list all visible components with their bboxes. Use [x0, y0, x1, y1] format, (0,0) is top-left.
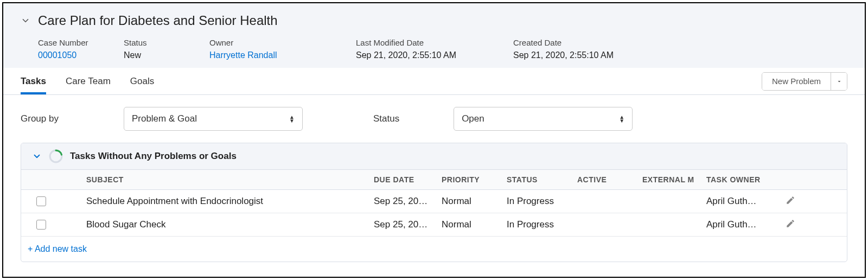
col-active[interactable]: Active: [577, 175, 642, 184]
new-problem-dropdown[interactable]: [831, 73, 847, 90]
cell-priority: Normal: [442, 219, 507, 230]
sort-arrows-icon: ▲▼: [619, 115, 624, 123]
progress-ring-icon: [48, 149, 63, 164]
caret-down-icon: [836, 78, 843, 85]
col-external[interactable]: External M: [642, 175, 706, 184]
cell-owner: April Guth…: [706, 196, 774, 207]
tasks-section: Tasks Without Any Problems or Goals Subj…: [21, 143, 847, 262]
status-value: New: [124, 50, 209, 60]
group-by-select[interactable]: Problem & Goal ▲▼: [124, 107, 303, 131]
tab-tasks[interactable]: Tasks: [21, 68, 46, 94]
page-title: Care Plan for Diabetes and Senior Health: [38, 13, 278, 28]
tabs-row: Tasks Care Team Goals New Problem: [3, 68, 865, 95]
cell-due-date: Sep 25, 20…: [374, 196, 442, 207]
status-label: Status: [124, 38, 209, 47]
cell-subject[interactable]: Schedule Appointment with Endocrinologis…: [86, 196, 374, 207]
add-new-task-link[interactable]: + Add new task: [21, 237, 847, 262]
last-modified-label: Last Modified Date: [356, 38, 513, 47]
last-modified-value: Sep 21, 2020, 2:55:10 AM: [356, 50, 513, 60]
section-collapse-icon[interactable]: [32, 151, 42, 161]
filter-row: Group by Problem & Goal ▲▼ Status Open ▲…: [3, 95, 865, 143]
section-header: Tasks Without Any Problems or Goals: [21, 143, 847, 169]
col-due-date[interactable]: Due Date: [374, 175, 442, 184]
edit-icon[interactable]: [786, 219, 795, 231]
tab-goals[interactable]: Goals: [130, 68, 154, 94]
page-title-row: Care Plan for Diabetes and Senior Health: [21, 13, 847, 28]
status-filter-select[interactable]: Open ▲▼: [454, 107, 633, 131]
col-status[interactable]: Status: [507, 175, 577, 184]
row-checkbox[interactable]: [36, 196, 46, 206]
row-checkbox[interactable]: [36, 220, 46, 230]
cell-priority: Normal: [442, 196, 507, 207]
new-problem-button[interactable]: New Problem: [762, 73, 831, 90]
table-header: Subject Due Date Priority Status Active …: [21, 169, 847, 190]
owner-block: Owner Harryette Randall: [209, 38, 356, 60]
owner-label: Owner: [209, 38, 356, 47]
cell-owner: April Guth…: [706, 219, 774, 230]
case-number-label: Case Number: [38, 38, 124, 47]
cell-status: In Progress: [507, 196, 577, 207]
last-modified-block: Last Modified Date Sep 21, 2020, 2:55:10…: [356, 38, 513, 60]
header-section: Care Plan for Diabetes and Senior Health…: [3, 3, 865, 68]
collapse-icon[interactable]: [21, 16, 30, 26]
col-priority[interactable]: Priority: [442, 175, 507, 184]
tabs-left: Tasks Care Team Goals: [21, 68, 154, 94]
cell-status: In Progress: [507, 219, 577, 230]
case-number-block: Case Number 00001050: [38, 38, 124, 60]
group-by-value: Problem & Goal: [132, 113, 197, 124]
col-subject[interactable]: Subject: [86, 175, 374, 184]
created-date-label: Created Date: [513, 38, 654, 47]
edit-icon[interactable]: [786, 195, 795, 207]
tab-care-team[interactable]: Care Team: [66, 68, 111, 94]
care-plan-panel: Care Plan for Diabetes and Senior Health…: [2, 2, 866, 278]
case-number-link[interactable]: 00001050: [38, 50, 124, 60]
created-date-block: Created Date Sep 21, 2020, 2:55:10 AM: [513, 38, 654, 60]
sort-arrows-icon: ▲▼: [289, 115, 295, 123]
new-problem-button-group: New Problem: [762, 72, 847, 91]
col-owner[interactable]: Task Owner: [706, 175, 774, 184]
section-title: Tasks Without Any Problems or Goals: [70, 151, 237, 162]
table-header-spacer: [21, 175, 86, 184]
info-row: Case Number 00001050 Status New Owner Ha…: [21, 38, 847, 60]
table-row: Schedule Appointment with Endocrinologis…: [21, 190, 847, 213]
created-date-value: Sep 21, 2020, 2:55:10 AM: [513, 50, 654, 60]
tabs-right: New Problem: [762, 72, 847, 91]
status-filter-value: Open: [462, 113, 484, 124]
col-actions: [774, 175, 807, 184]
status-filter-label: Status: [373, 113, 399, 124]
table-row: Blood Sugar Check Sep 25, 20… Normal In …: [21, 213, 847, 237]
owner-link[interactable]: Harryette Randall: [209, 50, 356, 60]
group-by-label: Group by: [21, 113, 59, 124]
status-block: Status New: [124, 38, 209, 60]
cell-subject[interactable]: Blood Sugar Check: [86, 219, 374, 230]
cell-due-date: Sep 25, 20…: [374, 219, 442, 230]
